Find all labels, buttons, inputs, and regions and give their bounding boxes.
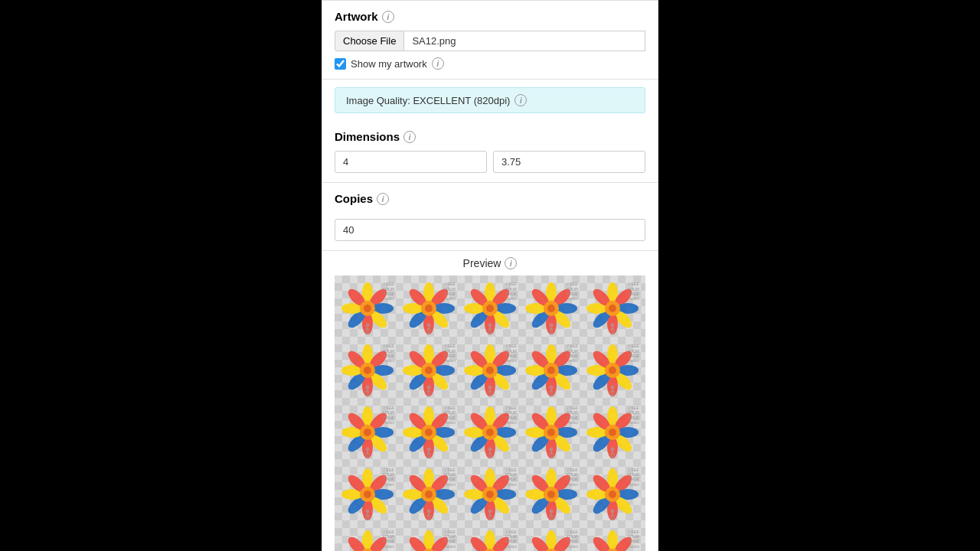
- show-artwork-label: Show my artwork: [351, 58, 427, 70]
- svg-point-122: [488, 386, 492, 390]
- show-artwork-row: Show my artwork i: [335, 57, 645, 70]
- preview-title: Preview i: [335, 257, 645, 269]
- sticker-item: I SEEYOURTRUEcolors: [583, 279, 642, 339]
- copies-title: Copies i: [335, 192, 645, 205]
- svg-point-10: [366, 324, 370, 328]
- dimensions-title: Dimensions i: [335, 130, 645, 143]
- svg-point-201: [486, 429, 494, 436]
- show-artwork-info-icon[interactable]: i: [432, 57, 444, 70]
- height-input[interactable]: [493, 151, 645, 173]
- svg-point-218: [550, 447, 554, 451]
- sticker-item: I SEEYOURTRUEcolors: [521, 279, 581, 339]
- sticker-item: I SEEYOURTRUEcolors: [460, 279, 520, 339]
- artwork-label: Artwork: [335, 10, 378, 23]
- svg-point-58: [550, 324, 554, 328]
- svg-point-154: [611, 386, 615, 390]
- svg-point-121: [486, 367, 494, 374]
- svg-point-185: [425, 429, 433, 436]
- svg-point-41: [486, 305, 494, 312]
- file-input-row: Choose File SA12.png: [335, 31, 645, 51]
- svg-point-89: [364, 367, 371, 374]
- image-quality-info-icon[interactable]: i: [514, 94, 527, 106]
- sticker-item: I SEEYOURTRUEcolors: [583, 341, 642, 401]
- svg-point-26: [427, 324, 431, 328]
- sticker-item: I SEEYOURTRUEcolors: [338, 403, 397, 463]
- svg-point-266: [427, 509, 431, 513]
- svg-point-90: [366, 386, 370, 390]
- svg-point-138: [550, 386, 554, 390]
- svg-point-202: [488, 447, 492, 451]
- sticker-item: I SEEYOURTRUEcolors: [521, 526, 581, 551]
- sticker-item: I SEEYOURTRUEcolors: [460, 341, 520, 401]
- svg-point-217: [547, 429, 555, 436]
- svg-point-106: [427, 386, 431, 390]
- sticker-item: I SEEYOURTRUEcolors: [338, 526, 397, 551]
- svg-point-313: [609, 491, 616, 498]
- dimensions-label: Dimensions: [335, 130, 400, 143]
- image-quality-label: Image Quality: EXCELLENT (820dpi): [346, 95, 510, 106]
- sticker-item: I SEEYOURTRUEcolors: [521, 341, 581, 401]
- sticker-item: I SEEYOURTRUEcolors: [338, 279, 397, 339]
- svg-point-297: [547, 491, 555, 498]
- preview-label: Preview: [463, 257, 501, 269]
- preview-canvas: I SEEYOURTRUEcolors: [335, 276, 645, 551]
- dimensions-info-icon[interactable]: i: [403, 131, 416, 143]
- svg-point-281: [486, 491, 494, 498]
- svg-point-314: [611, 509, 615, 513]
- svg-point-105: [425, 367, 433, 374]
- sticker-item: I SEEYOURTRUEcolors: [399, 341, 459, 401]
- svg-point-153: [609, 367, 616, 374]
- svg-point-249: [364, 491, 371, 498]
- sticker-item: I SEEYOURTRUEcolors: [399, 279, 459, 339]
- dimensions-section: Dimensions i: [322, 121, 658, 183]
- preview-section: Preview i: [322, 251, 658, 551]
- sticker-item: I SEEYOURTRUEcolors: [583, 403, 642, 463]
- svg-point-73: [609, 305, 616, 312]
- svg-point-250: [366, 509, 370, 513]
- svg-point-169: [364, 429, 371, 436]
- sticker-item: I SEEYOURTRUEcolors: [583, 464, 642, 524]
- image-quality-banner: Image Quality: EXCELLENT (820dpi) i: [335, 87, 645, 113]
- sticker-item: I SEEYOURTRUEcolors: [521, 403, 581, 463]
- preview-info-icon[interactable]: i: [505, 257, 517, 269]
- artwork-info-icon[interactable]: i: [382, 11, 394, 23]
- sticker-grid: I SEEYOURTRUEcolors: [335, 276, 645, 551]
- copies-label: Copies: [335, 192, 373, 205]
- main-panel: Artwork i Choose File SA12.png Show my a…: [322, 0, 658, 551]
- sticker-item: I SEEYOURTRUEcolors: [460, 464, 520, 524]
- sticker-item: I SEEYOURTRUEcolors: [521, 464, 581, 524]
- svg-point-137: [547, 367, 555, 374]
- svg-point-282: [488, 509, 492, 513]
- copies-info-icon[interactable]: i: [377, 193, 389, 205]
- svg-point-42: [488, 324, 492, 328]
- svg-point-186: [427, 447, 431, 451]
- choose-file-button[interactable]: Choose File: [335, 31, 404, 51]
- svg-point-57: [547, 305, 555, 312]
- svg-point-74: [611, 324, 615, 328]
- svg-point-25: [425, 305, 433, 312]
- svg-point-233: [609, 429, 616, 436]
- svg-point-234: [611, 447, 615, 451]
- sticker-item: I SEEYOURTRUEcolors: [399, 403, 459, 463]
- copies-section: Copies i: [322, 183, 658, 251]
- svg-point-298: [550, 509, 554, 513]
- copies-input[interactable]: [335, 219, 645, 241]
- artwork-section: Artwork i Choose File SA12.png Show my a…: [322, 1, 658, 80]
- sticker-item: I SEEYOURTRUEcolors: [583, 526, 642, 551]
- svg-point-170: [366, 447, 370, 451]
- width-input[interactable]: [335, 151, 487, 173]
- svg-point-9: [364, 305, 371, 312]
- sticker-item: I SEEYOURTRUEcolors: [460, 526, 520, 551]
- sticker-item: I SEEYOURTRUEcolors: [460, 403, 520, 463]
- sticker-item: I SEEYOURTRUEcolors: [338, 464, 397, 524]
- sticker-item: I SEEYOURTRUEcolors: [399, 526, 459, 551]
- sticker-item: I SEEYOURTRUEcolors: [338, 341, 397, 401]
- sticker-item: I SEEYOURTRUEcolors: [399, 464, 459, 524]
- artwork-title: Artwork i: [335, 10, 645, 23]
- dimensions-inputs: [335, 151, 645, 173]
- file-name-display: SA12.png: [404, 31, 645, 51]
- show-artwork-checkbox[interactable]: [335, 58, 346, 70]
- svg-point-265: [425, 491, 433, 498]
